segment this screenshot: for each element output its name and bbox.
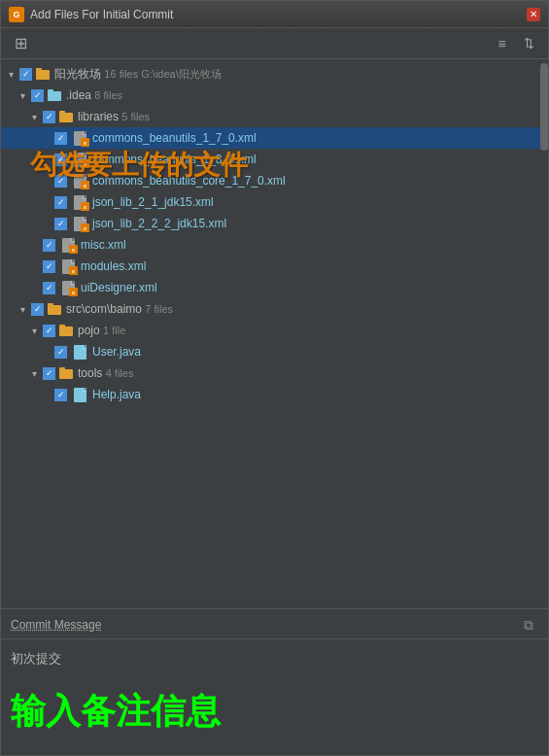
- checkbox-user[interactable]: [54, 346, 67, 359]
- xml-file-icon-f2: x: [70, 151, 89, 168]
- tree-label-misc: misc.xml: [81, 238, 126, 252]
- expand-arrow-root[interactable]: [5, 68, 17, 80]
- checkbox-srccom[interactable]: [31, 303, 44, 316]
- svg-rect-7: [48, 303, 53, 306]
- tree-item-modules[interactable]: x modules.xml: [1, 256, 548, 277]
- folder-icon-tools: [58, 366, 74, 380]
- tree-item-misc[interactable]: x misc.xml: [1, 234, 548, 256]
- sort-icon: ≡: [498, 36, 504, 52]
- checkbox-pojo[interactable]: [43, 325, 55, 337]
- xml-file-icon-modules: x: [58, 258, 78, 275]
- tree-label-srccom: src\com\baimo: [66, 302, 145, 316]
- commit-input-area[interactable]: 初次提交: [1, 639, 548, 678]
- xml-file-icon-f3: x: [70, 172, 89, 189]
- checkbox-libraries[interactable]: [43, 111, 55, 123]
- sort-button[interactable]: ≡: [490, 32, 513, 55]
- copy-icon-button[interactable]: ⧉: [519, 615, 538, 635]
- tree-item-f2[interactable]: x commons_beanutils_1_8_0.xml: [1, 149, 548, 170]
- tree-item-srccom[interactable]: src\com\baimo 7 files: [1, 298, 548, 320]
- java-file-icon-user: [70, 343, 89, 361]
- xml-file-icon-misc: x: [58, 236, 78, 254]
- checkbox-f2[interactable]: [54, 154, 67, 166]
- checkbox-idea[interactable]: [31, 89, 44, 102]
- tree-info-idea: 8 files: [94, 89, 122, 101]
- checkbox-misc[interactable]: [43, 239, 55, 252]
- folder-icon-pojo: [58, 324, 74, 337]
- checkbox-modules[interactable]: [43, 260, 55, 273]
- scrollbar-thumb[interactable]: [540, 63, 548, 151]
- svg-rect-3: [48, 89, 53, 92]
- svg-rect-4: [59, 113, 73, 122]
- folder-icon-idea: [47, 88, 62, 102]
- svg-rect-5: [59, 111, 65, 114]
- tree-label-f5: json_lib_2_2_2_jdk15.xml: [92, 217, 226, 230]
- svg-rect-2: [48, 91, 61, 101]
- checkbox-f4[interactable]: [54, 196, 67, 209]
- commit-area: Commit Message ⧉ 初次提交 输入备注信息: [1, 608, 548, 755]
- folder-icon-srccom: [47, 302, 62, 316]
- checkbox-f1[interactable]: [54, 132, 67, 145]
- commit-watermark-area: 输入备注信息: [1, 678, 548, 755]
- copy-icon: ⧉: [524, 617, 533, 634]
- checkbox-f3[interactable]: [54, 175, 67, 188]
- tree-item-pojo[interactable]: pojo 1 file: [1, 320, 548, 341]
- filter-button[interactable]: ⇅: [517, 32, 540, 55]
- tree-label-modules: modules.xml: [81, 259, 146, 273]
- svg-rect-1: [36, 68, 42, 71]
- tree-item-help[interactable]: Help.java: [1, 384, 548, 405]
- tree-info-libraries: 5 files: [121, 111, 150, 122]
- tree-item-root[interactable]: 阳光牧场 16 files G:\idea\阳光牧场: [1, 63, 548, 85]
- checkbox-tools[interactable]: [43, 367, 55, 380]
- commit-header: Commit Message ⧉: [1, 609, 548, 639]
- window-title: Add Files For Initial Commit: [30, 8, 527, 21]
- svg-rect-9: [59, 325, 65, 327]
- expand-arrow-srccom[interactable]: [17, 303, 28, 315]
- tree-label-f4: json_lib_2_1_jdk15.xml: [92, 195, 214, 209]
- expand-arrow-libraries[interactable]: [28, 111, 40, 122]
- filter-icon: ⇅: [524, 36, 534, 51]
- tree-info-pojo: 1 file: [103, 325, 125, 336]
- tree-item-idea[interactable]: .idea 8 files: [1, 85, 548, 106]
- toolbar: ⊞ ≡ ⇅: [1, 28, 548, 59]
- window-icon: G: [9, 7, 24, 22]
- expand-arrow-tools[interactable]: [28, 367, 40, 379]
- file-tree[interactable]: 阳光牧场 16 files G:\idea\阳光牧场 .idea 8 files: [1, 59, 548, 608]
- tree-item-uidesigner[interactable]: x uiDesigner.xml: [1, 277, 548, 298]
- svg-rect-10: [59, 369, 73, 379]
- tree-info-root: 16 files G:\idea\阳光牧场: [104, 67, 221, 82]
- tree-item-tools[interactable]: tools 4 files: [1, 362, 548, 384]
- tree-label-libraries: libraries: [78, 110, 121, 123]
- commit-label: Commit Message: [11, 618, 101, 632]
- tree-label-tools: tools: [78, 366, 106, 380]
- tree-label-f3: commons_beanutils_core_1_7_0.xml: [92, 174, 286, 188]
- commit-text-value: 初次提交: [11, 650, 61, 668]
- svg-rect-11: [59, 367, 65, 370]
- tree-item-f1[interactable]: x commons_beanutils_1_7_0.xml: [1, 127, 548, 149]
- expand-arrow-idea[interactable]: [17, 89, 28, 101]
- tree-item-user[interactable]: User.java: [1, 341, 548, 362]
- tree-item-f5[interactable]: x json_lib_2_2_2_jdk15.xml: [1, 213, 548, 234]
- tree-item-f3[interactable]: x commons_beanutils_core_1_7_0.xml: [1, 170, 548, 191]
- title-bar: G Add Files For Initial Commit ✕: [1, 1, 548, 28]
- tree-item-f4[interactable]: x json_lib_2_1_jdk15.xml: [1, 191, 548, 213]
- checkbox-f5[interactable]: [54, 218, 67, 230]
- folder-icon-root: [35, 67, 51, 81]
- tree-item-libraries[interactable]: libraries 5 files: [1, 106, 548, 127]
- tree-label-help: Help.java: [92, 388, 141, 401]
- xml-file-icon-f5: x: [70, 215, 89, 232]
- expand-arrow-pojo[interactable]: [28, 325, 40, 336]
- main-window: G Add Files For Initial Commit ✕ ⊞ ≡ ⇅: [0, 0, 549, 756]
- checkbox-uidesigner[interactable]: [43, 282, 55, 294]
- view-toggle-button[interactable]: ⊞: [9, 32, 32, 55]
- grid-icon: ⊞: [15, 34, 27, 52]
- folder-icon-libraries: [58, 110, 74, 123]
- tree-label-f2: commons_beanutils_1_8_0.xml: [92, 153, 257, 166]
- svg-rect-6: [48, 305, 61, 315]
- tree-label-uidesigner: uiDesigner.xml: [81, 281, 157, 294]
- tree-label-root: 阳光牧场: [54, 66, 104, 83]
- scrollbar-track[interactable]: [540, 59, 548, 608]
- checkbox-root[interactable]: [19, 68, 32, 81]
- checkbox-help[interactable]: [54, 389, 67, 401]
- close-button[interactable]: ✕: [527, 8, 540, 21]
- tree-info-srccom: 7 files: [145, 303, 173, 315]
